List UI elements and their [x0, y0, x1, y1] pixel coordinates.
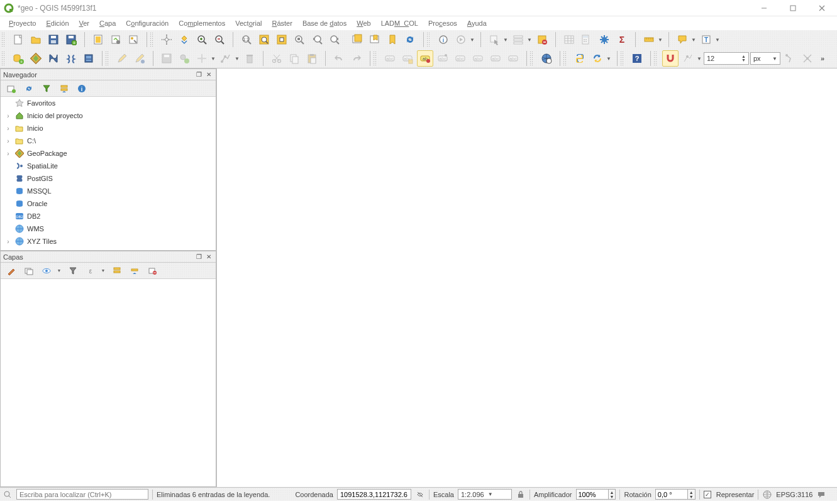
- dropdown-arrow-icon[interactable]: ▼: [56, 268, 62, 273]
- zoom-to-layer-button[interactable]: [291, 31, 308, 48]
- menu-procesos[interactable]: Procesos: [423, 18, 462, 28]
- dropdown-arrow-icon[interactable]: ▼: [606, 56, 612, 62]
- snapping-unit-combo[interactable]: px▼: [750, 52, 780, 65]
- save-layer-edits-button[interactable]: [158, 50, 175, 67]
- tree-item-spatialite[interactable]: SpatiaLite: [1, 160, 216, 172]
- snapping-tolerance-input[interactable]: 12▲▼: [704, 52, 749, 65]
- data-source-manager-button[interactable]: +: [10, 50, 26, 67]
- zoom-to-selection-button[interactable]: [274, 31, 290, 48]
- zoom-native-button[interactable]: 1:1: [238, 31, 255, 48]
- menu-web[interactable]: Web: [352, 18, 375, 28]
- tree-item-wms[interactable]: WMS: [1, 222, 216, 235]
- new-project-button[interactable]: [10, 31, 26, 48]
- refresh-button[interactable]: [402, 31, 418, 48]
- new-virtual-layer-button[interactable]: [80, 50, 97, 67]
- render-checkbox[interactable]: ✓: [704, 491, 711, 498]
- label-change-button[interactable]: abc: [505, 50, 521, 67]
- redo-button[interactable]: [348, 50, 365, 67]
- dropdown-arrow-icon[interactable]: ▼: [526, 37, 533, 43]
- toolbar-handle[interactable]: [426, 32, 430, 47]
- minimize-button[interactable]: [755, 2, 773, 14]
- browser-filter-button[interactable]: [40, 82, 53, 96]
- layers-filter-button[interactable]: [66, 264, 80, 278]
- toolbar-handle[interactable]: [653, 51, 657, 66]
- toolbar-handle[interactable]: [620, 51, 624, 66]
- tree-item-db2[interactable]: DB2DB2: [1, 210, 216, 222]
- dropdown-arrow-icon[interactable]: ▼: [657, 37, 663, 43]
- panel-float-button[interactable]: ❐: [194, 253, 203, 261]
- move-feature-button[interactable]: [194, 50, 210, 67]
- coordinate-input[interactable]: [337, 489, 411, 500]
- menu-capa[interactable]: Capa: [94, 18, 121, 28]
- dropdown-arrow-icon[interactable]: ▼: [502, 37, 509, 43]
- tree-item-geopackage[interactable]: ›GeoPackage: [1, 147, 216, 160]
- menu-ladmcol[interactable]: LADM_COL: [376, 18, 423, 28]
- toolbox-button[interactable]: [596, 31, 613, 48]
- label-diagram-button[interactable]: abc: [399, 50, 416, 67]
- label-highlight-button[interactable]: ab: [417, 50, 433, 67]
- layout-manager-button[interactable]: [108, 31, 124, 48]
- tree-item-postgis[interactable]: PostGIS: [1, 172, 216, 185]
- locator-input[interactable]: [16, 489, 148, 500]
- dropdown-arrow-icon[interactable]: ▼: [696, 56, 702, 62]
- style-manager-button[interactable]: [125, 31, 141, 48]
- tree-item-inicio-proyecto[interactable]: ›Inicio del proyecto: [1, 109, 216, 122]
- map-canvas[interactable]: [216, 68, 837, 487]
- toolbar-handle[interactable]: [1, 51, 5, 66]
- browser-properties-button[interactable]: i: [75, 82, 89, 96]
- menu-basedatos[interactable]: Base de datos: [297, 18, 352, 28]
- zoom-in-button[interactable]: [194, 31, 210, 48]
- text-annotation-button[interactable]: T: [698, 31, 714, 48]
- menu-proyecto[interactable]: Proyecto: [4, 18, 41, 28]
- layers-add-group-button[interactable]: [22, 264, 36, 278]
- statistical-summary-button[interactable]: Σ: [614, 31, 630, 48]
- dropdown-arrow-icon[interactable]: ▼: [690, 37, 697, 43]
- layers-tree[interactable]: [1, 279, 216, 486]
- pan-button[interactable]: [158, 31, 175, 48]
- help-button[interactable]: ?: [629, 50, 645, 67]
- toolbar-handle[interactable]: [529, 51, 533, 66]
- label-single-button[interactable]: abc: [382, 50, 398, 67]
- plugin-reload-button[interactable]: [589, 50, 606, 67]
- deselect-all-button[interactable]: [534, 31, 550, 48]
- browser-add-button[interactable]: [4, 82, 18, 96]
- dropdown-arrow-icon[interactable]: ▼: [714, 37, 721, 43]
- layers-style-button[interactable]: [4, 264, 18, 278]
- menu-complementos[interactable]: Complementos: [174, 18, 230, 28]
- label-pin-button[interactable]: abc: [435, 50, 451, 67]
- menu-ver[interactable]: Ver: [74, 18, 95, 28]
- toggle-editing-button[interactable]: [114, 50, 130, 67]
- toolbar-overflow-button[interactable]: »: [817, 55, 828, 62]
- maximize-button[interactable]: [784, 2, 802, 14]
- select-features-button[interactable]: [486, 31, 502, 48]
- menu-ayuda[interactable]: Ayuda: [462, 18, 492, 28]
- menu-configuracion[interactable]: Configuración: [121, 18, 174, 28]
- menu-raster[interactable]: Ráster: [267, 18, 297, 28]
- tree-item-inicio[interactable]: ›Inicio: [1, 122, 216, 134]
- menu-edicion[interactable]: Edición: [41, 18, 74, 28]
- close-button[interactable]: [813, 2, 831, 14]
- layers-remove-button[interactable]: [145, 264, 159, 278]
- scale-combo[interactable]: 1:2.096▼: [458, 489, 512, 500]
- new-spatialite-layer-button[interactable]: [63, 50, 79, 67]
- label-move-button[interactable]: abc: [470, 50, 486, 67]
- snapping-intersection-button[interactable]: [799, 50, 816, 67]
- undo-button[interactable]: [331, 50, 347, 67]
- panel-float-button[interactable]: ❐: [194, 70, 203, 79]
- magnifier-input[interactable]: ▲▼: [576, 489, 616, 500]
- copy-button[interactable]: [286, 50, 302, 67]
- metasearch-button[interactable]: [538, 50, 555, 67]
- tree-item-c-drive[interactable]: ›C:\: [1, 134, 216, 147]
- dropdown-arrow-icon[interactable]: ▼: [100, 268, 106, 273]
- label-rotate-button[interactable]: abc: [487, 50, 504, 67]
- action-run-feature-button[interactable]: [453, 31, 469, 48]
- dropdown-arrow-icon[interactable]: ▼: [210, 56, 216, 62]
- layers-expand-button[interactable]: [110, 264, 124, 278]
- new-geopackage-layer-button[interactable]: [28, 50, 44, 67]
- lock-scale-icon[interactable]: [516, 490, 526, 500]
- messages-icon[interactable]: [816, 490, 826, 500]
- menu-vectorial[interactable]: Vectorial: [230, 18, 267, 28]
- rotation-input[interactable]: ▲▼: [655, 489, 696, 500]
- dropdown-arrow-icon[interactable]: ▼: [234, 56, 240, 62]
- browser-collapse-button[interactable]: [57, 82, 71, 96]
